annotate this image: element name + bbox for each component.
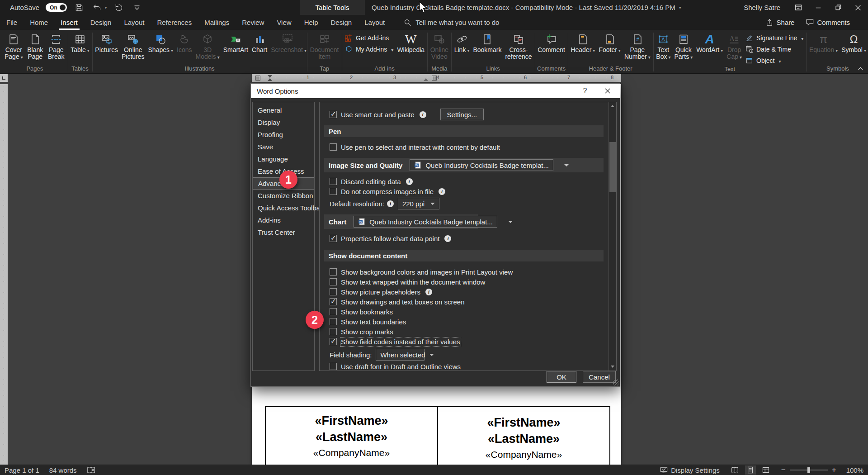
tab-mailings[interactable]: Mailings xyxy=(198,15,236,30)
blank-page-button[interactable]: Blank Page xyxy=(25,32,46,61)
checkbox[interactable] xyxy=(330,188,337,195)
wikipedia-button[interactable]: W Wikipedia xyxy=(395,32,426,54)
option-draft-font[interactable]: Use draft font in Draft and Outline view… xyxy=(330,361,604,371)
checkbox[interactable] xyxy=(330,111,337,118)
web-layout-icon[interactable] xyxy=(760,466,771,475)
tab-insert[interactable]: Insert xyxy=(54,15,84,30)
checkbox[interactable] xyxy=(330,298,337,305)
field-shading-dropdown[interactable]: When selected xyxy=(376,349,425,361)
pictures-button[interactable]: Pictures xyxy=(93,32,120,54)
checkbox[interactable] xyxy=(330,268,337,276)
cover-page-button[interactable]: Cover Page xyxy=(3,32,25,61)
tab-stop-selector[interactable] xyxy=(0,74,8,82)
close-button[interactable] xyxy=(848,0,868,15)
chart-target-document-dropdown[interactable]: W Queb Industry Cocktails Badge templat.… xyxy=(354,216,497,228)
page-break-button[interactable]: Page Break xyxy=(46,32,67,61)
checkbox[interactable] xyxy=(330,288,337,295)
zoom-level[interactable]: 100% xyxy=(846,466,863,474)
page-indicator[interactable]: Page 1 of 1 xyxy=(5,466,39,474)
header-button[interactable]: Header xyxy=(569,32,597,54)
account-name[interactable]: Shelly Satre xyxy=(744,4,780,11)
option-use-pen[interactable]: Use pen to select and interact with cont… xyxy=(330,142,604,152)
first-line-indent-marker[interactable] xyxy=(268,75,272,78)
checkbox[interactable] xyxy=(330,363,337,370)
tab-layout[interactable]: Layout xyxy=(118,15,151,30)
option-smart-cut-paste[interactable]: Use smart cut and paste Settings... xyxy=(330,109,604,120)
settings-button[interactable]: Settings... xyxy=(440,109,484,120)
share-button[interactable]: Share xyxy=(766,19,794,26)
scrollbar-thumb[interactable] xyxy=(609,142,616,192)
option-discard-editing-data[interactable]: Discard editing data xyxy=(330,176,604,186)
zoom-slider-thumb[interactable] xyxy=(807,467,810,473)
restore-button[interactable] xyxy=(828,0,848,15)
page-number-button[interactable]: # Page Number xyxy=(623,32,652,61)
option-show-bookmarks[interactable]: Show bookmarks xyxy=(330,307,604,317)
collapse-ribbon-button[interactable] xyxy=(856,65,864,71)
hanging-indent-marker[interactable] xyxy=(268,78,272,81)
checkbox[interactable] xyxy=(330,235,337,242)
checkbox[interactable] xyxy=(330,178,337,185)
online-pictures-button[interactable]: Online Pictures xyxy=(120,32,146,61)
dialog-help-button[interactable]: ? xyxy=(577,84,593,98)
option-properties-follow-chart[interactable]: Properties follow chart data point xyxy=(330,233,604,243)
link-button[interactable]: Link xyxy=(453,32,472,54)
proofing-errors-icon[interactable] xyxy=(87,466,95,474)
table-column-marker[interactable] xyxy=(255,76,260,81)
option-show-text-boundaries[interactable]: Show text boundaries xyxy=(330,317,604,327)
zoom-slider[interactable] xyxy=(790,470,828,470)
checkbox[interactable] xyxy=(330,338,337,345)
smartart-button[interactable]: SmartArt xyxy=(222,32,250,54)
option-show-drawings[interactable]: Show drawings and text boxes on screen xyxy=(330,297,604,307)
option-show-background[interactable]: Show background colors and images in Pri… xyxy=(330,267,604,277)
dialog-close-button[interactable] xyxy=(600,84,615,98)
checkbox[interactable] xyxy=(330,328,337,335)
comment-button[interactable]: Comment xyxy=(536,32,567,54)
nav-trust-center[interactable]: Trust Center xyxy=(253,226,314,238)
tell-me-search[interactable]: Tell me what you want to do xyxy=(404,15,499,30)
print-layout-icon[interactable] xyxy=(745,466,756,475)
object-button[interactable]: Object xyxy=(745,56,803,65)
ribbon-display-options-button[interactable] xyxy=(788,0,808,15)
dialog-scrollbar[interactable] xyxy=(609,102,616,370)
undo-button[interactable] xyxy=(91,2,103,14)
get-addins-button[interactable]: Get Add-ins xyxy=(344,33,393,43)
comments-button[interactable]: Comments xyxy=(806,19,850,26)
text-box-button[interactable]: A Text Box xyxy=(654,32,672,61)
save-button[interactable] xyxy=(73,2,85,14)
my-addins-button[interactable]: My Add-ins xyxy=(344,44,393,54)
nav-general[interactable]: General xyxy=(253,104,314,116)
chart-button[interactable]: Chart xyxy=(250,32,269,54)
tab-help[interactable]: Help xyxy=(298,15,325,30)
image-target-document-dropdown[interactable]: W Queb Industry Cocktails Badge templat.… xyxy=(410,159,553,171)
scroll-up-button[interactable] xyxy=(609,102,616,110)
ok-button[interactable]: OK xyxy=(547,371,576,383)
option-show-picture-placeholders[interactable]: Show picture placeholders xyxy=(330,287,604,297)
customize-quick-access-toolbar-button[interactable] xyxy=(131,2,143,14)
cancel-button[interactable]: Cancel xyxy=(583,371,616,383)
date-time-button[interactable]: Date & Time xyxy=(745,44,803,54)
minimize-button[interactable] xyxy=(808,0,828,15)
footer-button[interactable]: Footer xyxy=(597,32,623,54)
cross-reference-button[interactable]: Cross-reference xyxy=(503,32,533,61)
checkbox[interactable] xyxy=(330,143,337,151)
zoom-out-button[interactable]: − xyxy=(781,466,786,475)
display-settings-button[interactable]: Display Settings xyxy=(660,466,720,474)
dialog-resize-grip[interactable] xyxy=(613,380,619,385)
option-show-crop-marks[interactable]: Show crop marks xyxy=(330,327,604,337)
option-show-text-wrapped[interactable]: Show text wrapped within the document wi… xyxy=(330,277,604,287)
tab-review[interactable]: Review xyxy=(236,15,270,30)
default-resolution-dropdown[interactable]: 220 ppi xyxy=(398,198,439,209)
wordart-button[interactable]: A WordArt xyxy=(694,32,725,54)
autosave-toggle[interactable]: On xyxy=(46,3,67,12)
dropdown-caret[interactable] xyxy=(564,164,569,166)
signature-line-button[interactable]: Signature Line xyxy=(745,33,803,43)
scroll-down-button[interactable] xyxy=(609,363,616,370)
shapes-button[interactable]: Shapes xyxy=(146,32,175,54)
nav-save[interactable]: Save xyxy=(253,141,314,153)
tab-design[interactable]: Design xyxy=(84,15,118,30)
nav-language[interactable]: Language xyxy=(253,153,314,165)
nav-display[interactable]: Display xyxy=(253,116,314,128)
indent-marker[interactable] xyxy=(424,78,428,81)
tab-references[interactable]: References xyxy=(151,15,198,30)
zoom-in-button[interactable]: + xyxy=(832,466,836,475)
